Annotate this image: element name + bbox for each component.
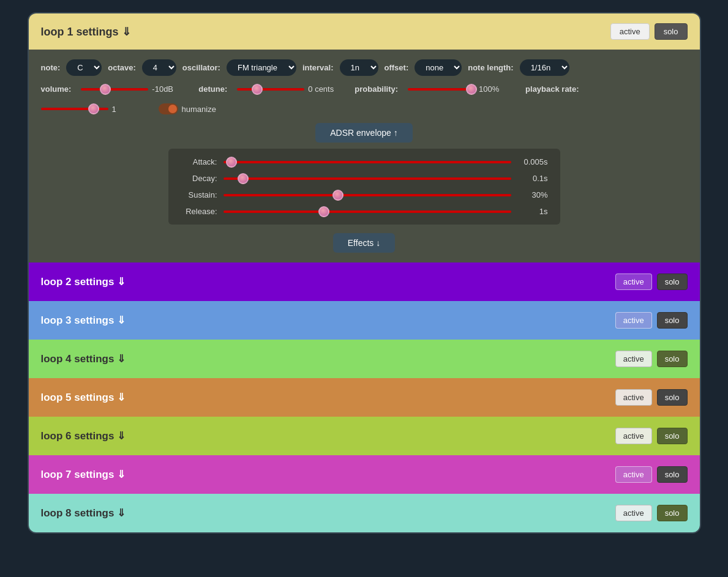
detune-slider[interactable]: [237, 88, 304, 91]
octave-label: octave:: [108, 63, 136, 72]
volume-label: volume:: [41, 84, 72, 94]
loop4-row: loop 4 settings ⇓ active solo: [29, 340, 700, 378]
sustain-row: Sustain: 30%: [181, 190, 548, 199]
loop5-title: loop 5 settings ⇓: [41, 391, 126, 404]
loop6-row: loop 6 settings ⇓ active solo: [29, 417, 700, 455]
playback-rate-slider-group: 1: [41, 105, 149, 114]
release-row: Release: 1s: [181, 207, 548, 216]
detune-thumb[interactable]: [252, 84, 263, 95]
volume-value: -10dB: [152, 84, 189, 94]
note-dropdown[interactable]: C: [66, 59, 102, 76]
loop6-solo-button[interactable]: solo: [657, 428, 688, 444]
decay-thumb[interactable]: [238, 173, 249, 184]
attack-slider[interactable]: [223, 161, 511, 163]
loop2-row: loop 2 settings ⇓ active solo: [29, 262, 700, 301]
loop4-title: loop 4 settings ⇓: [41, 352, 126, 365]
loop3-solo-button[interactable]: solo: [657, 312, 688, 329]
settings-row1: note: C octave: 4 oscillator: FM triangl…: [41, 59, 688, 76]
sustain-value: 30%: [511, 190, 548, 199]
effects-btn-container: Effects ↓: [41, 233, 688, 253]
decay-value: 0.1s: [511, 174, 548, 183]
loop7-solo-button[interactable]: solo: [657, 466, 688, 483]
loop5-buttons: active solo: [615, 389, 688, 406]
loop8-active-button[interactable]: active: [615, 505, 652, 521]
volume-slider[interactable]: [81, 88, 148, 91]
volume-thumb[interactable]: [100, 84, 111, 95]
release-label: Release:: [181, 207, 223, 216]
loop2-solo-button[interactable]: solo: [657, 274, 688, 290]
loop8-title: loop 8 settings ⇓: [41, 507, 126, 519]
attack-row: Attack: 0.005s: [181, 157, 548, 166]
sustain-slider[interactable]: [223, 194, 511, 196]
attack-thumb[interactable]: [226, 157, 237, 168]
oscillator-dropdown[interactable]: FM triangle: [227, 59, 296, 76]
loop7-row: loop 7 settings ⇓ active solo: [29, 455, 700, 494]
interval-label: interval:: [302, 63, 334, 72]
humanize-label: humanize: [182, 105, 216, 114]
loop3-row: loop 3 settings ⇓ active solo: [29, 301, 700, 340]
playback-rate-slider[interactable]: [41, 108, 108, 110]
playback-rate-value: 1: [112, 105, 149, 114]
loop5-active-button[interactable]: active: [615, 389, 652, 406]
loop7-buttons: active solo: [615, 466, 688, 483]
note-label: note:: [41, 63, 61, 72]
loop1-header-buttons: active solo: [610, 23, 688, 40]
loop1-solo-button[interactable]: solo: [655, 23, 688, 40]
loop3-buttons: active solo: [615, 312, 688, 329]
loop1-settings-panel: note: C octave: 4 oscillator: FM triangl…: [29, 50, 700, 262]
probability-label: probability:: [355, 84, 398, 94]
playback-rate-label: playback rate:: [525, 84, 579, 94]
adsr-envelope-button[interactable]: ADSR envelope ↑: [315, 123, 413, 143]
volume-slider-group: -10dB: [81, 84, 189, 94]
detune-slider-group: 0 cents: [237, 84, 345, 94]
release-thumb[interactable]: [318, 206, 329, 217]
loop3-title: loop 3 settings ⇓: [41, 314, 126, 327]
sustain-thumb[interactable]: [332, 190, 343, 201]
offset-label: offset:: [385, 63, 409, 72]
loop3-active-button[interactable]: active: [615, 312, 652, 329]
settings-row2: volume: -10dB detune: 0 cents probabilit…: [41, 84, 688, 114]
humanize-group: humanize: [159, 103, 216, 114]
decay-row: Decay: 0.1s: [181, 174, 548, 183]
release-slider[interactable]: [223, 210, 511, 213]
release-value: 1s: [511, 207, 548, 216]
interval-dropdown[interactable]: 1n: [340, 59, 378, 76]
loop6-buttons: active solo: [615, 428, 688, 444]
adsr-panel: Attack: 0.005s Decay: 0.1s Sustain:: [168, 149, 560, 225]
note-length-dropdown[interactable]: 1/16n: [520, 59, 569, 76]
humanize-toggle[interactable]: [159, 103, 178, 114]
loop6-active-button[interactable]: active: [615, 428, 652, 444]
probability-thumb[interactable]: [466, 84, 477, 95]
octave-dropdown[interactable]: 4: [142, 59, 176, 76]
loop4-buttons: active solo: [615, 351, 688, 367]
loop4-solo-button[interactable]: solo: [657, 351, 688, 367]
loop6-title: loop 6 settings ⇓: [41, 430, 126, 442]
loop5-solo-button[interactable]: solo: [657, 389, 688, 406]
loop1-header: loop 1 settings ⇓ active solo: [29, 13, 700, 50]
attack-label: Attack:: [181, 157, 223, 166]
loop2-active-button[interactable]: active: [615, 274, 652, 290]
adsr-btn-container: ADSR envelope ↑: [41, 123, 688, 143]
loop2-title: loop 2 settings ⇓: [41, 275, 126, 288]
loop1-title: loop 1 settings ⇓: [41, 25, 131, 39]
loop7-active-button[interactable]: active: [615, 466, 652, 483]
loop8-solo-button[interactable]: solo: [657, 505, 688, 521]
detune-value: 0 cents: [308, 84, 345, 94]
loop5-row: loop 5 settings ⇓ active solo: [29, 378, 700, 417]
loop8-row: loop 8 settings ⇓ active solo: [29, 494, 700, 532]
probability-slider[interactable]: [408, 88, 475, 91]
loop8-buttons: active solo: [615, 505, 688, 521]
loop4-active-button[interactable]: active: [615, 351, 652, 367]
attack-value: 0.005s: [511, 157, 548, 166]
main-container: loop 1 settings ⇓ active solo note: C oc…: [28, 12, 701, 534]
effects-button[interactable]: Effects ↓: [333, 233, 395, 253]
note-length-label: note length:: [468, 63, 513, 72]
probability-value: 100%: [479, 84, 516, 94]
loop7-title: loop 7 settings ⇓: [41, 468, 126, 481]
loop1-active-button[interactable]: active: [610, 23, 650, 40]
loop2-buttons: active solo: [615, 274, 688, 290]
oscillator-label: oscillator:: [182, 63, 220, 72]
decay-slider[interactable]: [223, 177, 511, 180]
playback-rate-thumb[interactable]: [88, 103, 99, 114]
offset-dropdown[interactable]: none: [415, 59, 462, 76]
